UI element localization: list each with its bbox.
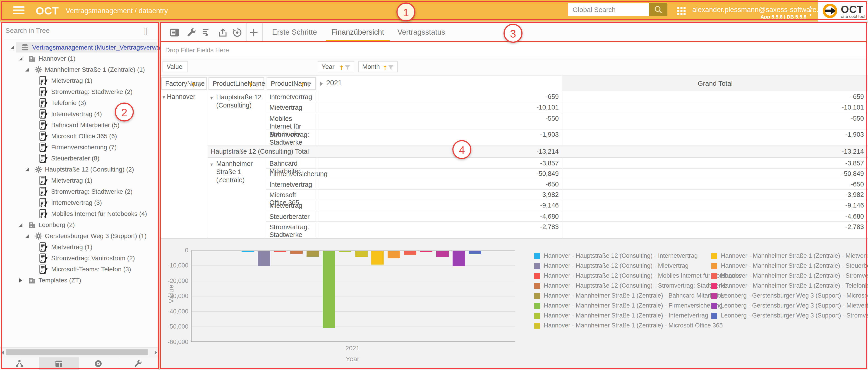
tree-item[interactable]: Hauptstraße 12 (Consulting) (2) [0,164,158,175]
contract-icon [39,198,48,207]
tree-item-label: Hauptstraße 12 (Consulting) (2) [45,164,134,175]
splitter-handle-icon[interactable]: || [144,27,148,35]
productname-field-chip[interactable]: ProductName [267,77,316,90]
tree-item-label: Firmenversicherung (7) [51,142,117,153]
funnel-icon [306,82,311,87]
breadcrumb: Vertragsmanagement / dataentry [66,0,168,22]
tree-item[interactable]: Vertragsmanagement (Muster_Vertragsverwa… [0,42,158,53]
tree-item[interactable]: Mannheimer Straße 1 (Zentrale) (1) [0,64,158,75]
tab-settings[interactable] [118,357,158,370]
apply-rows-icon[interactable] [202,27,212,38]
tree-item[interactable]: Internetvertrag (3) [0,197,158,208]
tree-item-label: Mobiles Internet für Notebooks (4) [51,208,147,219]
wrench-icon[interactable] [186,27,196,38]
expand-column-icon[interactable] [320,82,323,86]
global-search-button[interactable] [649,3,668,16]
pivot-filter-area[interactable]: Drop Filter Fields Here [160,42,868,58]
tree-item-label: Stromvertrag: Vantrostrom (2) [51,253,135,264]
building-icon [28,55,36,63]
tree-item[interactable]: Steuerberater (8) [0,153,158,164]
scroll-right-icon[interactable] [155,350,157,355]
tab-finanzuebersicht[interactable]: Finanzübersicht [328,23,388,42]
expander-icon[interactable] [10,46,14,49]
legend-swatch [534,323,540,329]
expander-icon[interactable] [19,223,23,227]
tree-item[interactable]: Internetvertrag (4) [0,108,158,120]
toolbar-divider [262,23,262,42]
contract-icon [39,176,48,186]
table-row-value: -2,783 [317,221,562,238]
drop-filter-hint: Drop Filter Fields Here [165,46,229,54]
tree-item[interactable]: Gerstensburger Weg 3 (Support) (1) [0,230,158,241]
scrollbar-thumb[interactable] [6,349,148,355]
table-row-total: -4,680 [562,211,867,221]
hamburger-menu-icon[interactable] [13,6,25,15]
tree-item[interactable]: Telefonie (3) [0,97,158,108]
tab-preview[interactable] [79,357,118,370]
add-icon[interactable] [249,27,259,38]
legend-swatch [711,253,717,259]
kebab-menu-icon[interactable] [809,6,812,16]
tree-item[interactable]: Microsoft Office 365 (6) [0,131,158,142]
productline-group1-cell[interactable]: ▾Hauptstraße 12 (Consulting) [208,91,266,145]
contract-icon [39,242,48,252]
year-chip[interactable]: Year [318,61,354,72]
tree-item[interactable]: Templates (ZT) [0,275,158,286]
tree-item[interactable]: Stromvertrag: Stadtwerke (2) [0,186,158,197]
tree-item[interactable]: Mobiles Internet für Notebooks (4) [0,208,158,219]
tab-layout[interactable] [39,357,79,370]
oct-logo-icon [822,3,838,19]
group-total-row: Hauptstraße 12 (Consulting) Total -13,21… [208,145,868,158]
column-header-2021[interactable]: 2021 [317,76,562,91]
legend-swatch [711,293,717,299]
logo-tagline: one cool tool [841,14,865,19]
tree-item[interactable]: Stromvertrag: Vantrostrom (2) [0,253,158,264]
tree-item[interactable]: Leonberg (2) [0,219,158,230]
tree-item[interactable]: Stromvertrag: Stadtwerke (2) [0,86,158,97]
tree-item[interactable]: Hannover (1) [0,53,158,64]
tree-item[interactable]: Mietvertrag (1) [0,175,158,186]
tree-item[interactable]: Bahncard Mitarbeiter (5) [0,120,158,131]
table-row-value: -650 [317,179,562,189]
table-row-value: -1,903 [317,129,562,145]
global-search-input[interactable] [568,3,649,16]
sort-up-icon [192,83,195,87]
field-list-icon[interactable] [169,27,180,38]
history-icon[interactable] [232,27,243,38]
tree-item-label: Gerstensburger Weg 3 (Support) (1) [45,230,147,241]
expander-icon[interactable] [25,168,29,171]
table-row-total: -2,783 [562,221,867,238]
upload-icon[interactable] [218,27,228,38]
value-chip[interactable]: Value [162,61,188,72]
expander-icon[interactable] [25,68,29,71]
legend-swatch [534,283,540,289]
expander-icon[interactable] [25,234,29,238]
tab-vertragsstatus[interactable]: Vertragsstatus [393,23,450,42]
tab-hierarchy[interactable] [0,357,39,370]
tree-item-label: Microsoft-Teams: Telefon (3) [51,264,131,275]
contract-icon [39,265,48,274]
bar [355,251,368,257]
tree-item-label: Hannover (1) [38,53,75,64]
expander-icon[interactable] [19,278,22,283]
tree-item[interactable]: Microsoft-Teams: Telefon (3) [0,264,158,275]
search-icon [654,5,663,14]
productlinename-field-chip[interactable]: ProductLineName [209,77,264,90]
month-chip[interactable]: Month [358,61,398,72]
scroll-left-icon[interactable] [1,350,4,355]
tree-item[interactable]: Mietvertrag (1) [0,75,158,86]
factory-cell[interactable]: ▾ Hannover [160,91,208,238]
expander-icon[interactable] [19,57,23,60]
factoryname-field-chip[interactable]: FactoryName [161,77,207,90]
tab-erste-schritte[interactable]: Erste Schritte [266,23,323,42]
tree-item[interactable]: Firmenversicherung (7) [0,142,158,153]
tree-search-input[interactable] [0,23,141,38]
hierarchy-icon [15,359,24,368]
sidebar-hscrollbar[interactable] [0,347,158,357]
productline-group2-cell[interactable]: ▾Mannheimer Straße 1 (Zentrale) [208,158,266,238]
tree-item[interactable]: Mietvertrag (1) [0,241,158,253]
table-row-product: Steuerberater [266,211,317,221]
table-row-total: -659 [562,91,867,102]
apps-grid-icon[interactable] [677,6,686,16]
table-row-product: Stromvertrag: Stadtwerke [266,221,317,238]
